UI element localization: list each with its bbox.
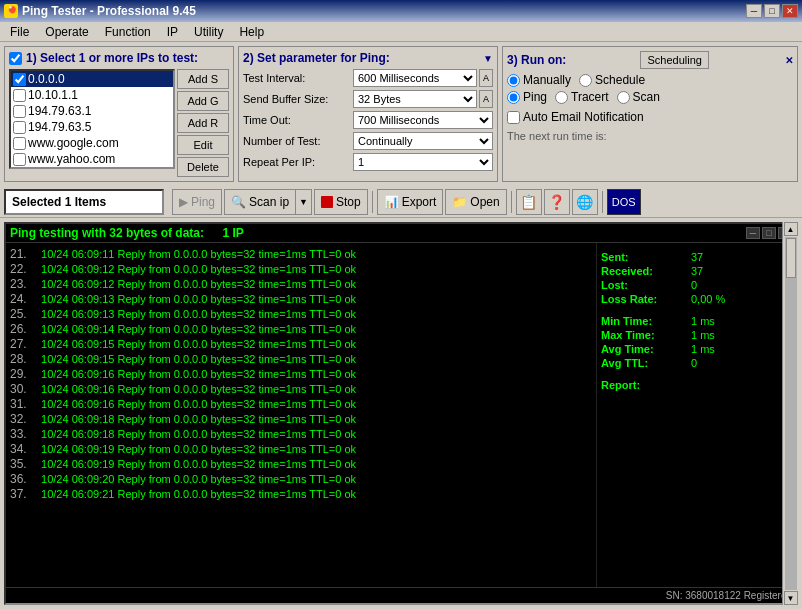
add-g-button[interactable]: Add G: [177, 91, 229, 111]
menu-help[interactable]: Help: [231, 23, 272, 41]
param-select-timeout[interactable]: 700 Milliseconds 1 Second: [353, 111, 493, 129]
param-label-repeat: Repeat Per IP:: [243, 156, 353, 168]
console-line: 24. 10/24 06:09:13 Reply from 0.0.0.0 by…: [10, 292, 592, 306]
scan-dropdown-button[interactable]: ▼: [296, 189, 312, 215]
menu-function[interactable]: Function: [97, 23, 159, 41]
delete-button[interactable]: Delete: [177, 157, 229, 177]
console-line: 30. 10/24 06:09:16 Reply from 0.0.0.0 by…: [10, 382, 592, 396]
add-r-button[interactable]: Add R: [177, 113, 229, 133]
param-row-numtest: Number of Test: Continually 10 50: [243, 132, 493, 150]
open-button[interactable]: 📁 Open: [445, 189, 506, 215]
radio-scan[interactable]: Scan: [617, 90, 660, 104]
menu-utility[interactable]: Utility: [186, 23, 231, 41]
radio-schedule[interactable]: Schedule: [579, 73, 645, 87]
top-section: 1) Select 1 or more IPs to test: 0.0.0.0…: [0, 42, 802, 186]
param-select-buffer[interactable]: 32 Bytes 64 Bytes: [353, 90, 477, 108]
radio-tracert[interactable]: Tracert: [555, 90, 609, 104]
list-item[interactable]: www.google.com: [11, 135, 173, 151]
stat-avg-time-label: Avg Time:: [601, 343, 691, 355]
console-maximize-btn[interactable]: □: [762, 227, 776, 239]
list-item[interactable]: IP_Group_01: [11, 167, 173, 169]
stat-avg-ttl-label: Avg TTL:: [601, 357, 691, 369]
toolbar-separator-2: [511, 191, 512, 213]
ping-button[interactable]: ▶ Ping: [172, 189, 222, 215]
console-line: 37. 10/24 06:09:21 Reply from 0.0.0.0 by…: [10, 487, 592, 501]
list-item[interactable]: 194.79.63.5: [11, 119, 173, 135]
close-button[interactable]: ✕: [782, 4, 798, 18]
maximize-button[interactable]: □: [764, 4, 780, 18]
auto-email-checkbox[interactable]: [507, 111, 520, 124]
panel1-title: 1) Select 1 or more IPs to test:: [9, 51, 229, 65]
export-icon: 📊: [384, 195, 399, 209]
stat-received: Received: 37: [601, 265, 792, 277]
status-text: SN: 3680018122 Registered: [666, 590, 792, 601]
menu-file[interactable]: File: [2, 23, 37, 41]
console-line: 25. 10/24 06:09:13 Reply from 0.0.0.0 by…: [10, 307, 592, 321]
select-all-checkbox[interactable]: [9, 52, 22, 65]
param-btn-interval[interactable]: A: [479, 69, 493, 87]
list-item[interactable]: 0.0.0.0: [11, 71, 173, 87]
list-item[interactable]: 194.79.63.1: [11, 103, 173, 119]
stat-loss-rate-value: 0,00 %: [691, 293, 725, 305]
panel3-title: 3) Run on: Scheduling ✕: [507, 51, 793, 69]
scroll-track[interactable]: [785, 237, 797, 590]
scroll-thumb[interactable]: [786, 238, 796, 278]
scheduling-button[interactable]: Scheduling: [640, 51, 708, 69]
console-line: 23. 10/24 06:09:12 Reply from 0.0.0.0 by…: [10, 277, 592, 291]
stat-sent: Sent: 37: [601, 251, 792, 263]
stat-report: Report:: [601, 379, 792, 391]
stat-min-time: Min Time: 1 ms: [601, 315, 792, 327]
copy-button[interactable]: 📋: [516, 189, 542, 215]
help-button[interactable]: ❓: [544, 189, 570, 215]
console-line: 34. 10/24 06:09:19 Reply from 0.0.0.0 by…: [10, 442, 592, 456]
main-scrollbar[interactable]: ▲ ▼: [782, 222, 798, 605]
scroll-down-button[interactable]: ▼: [784, 591, 798, 605]
stat-loss-rate: Loss Rate: 0,00 %: [601, 293, 792, 305]
console-titlebar: Ping testing with 32 bytes of data: 1 IP…: [6, 224, 796, 243]
stat-max-time: Max Time: 1 ms: [601, 329, 792, 341]
menu-operate[interactable]: Operate: [37, 23, 96, 41]
console-line: 26. 10/24 06:09:14 Reply from 0.0.0.0 by…: [10, 322, 592, 336]
menu-ip[interactable]: IP: [159, 23, 186, 41]
stat-max-time-label: Max Time:: [601, 329, 691, 341]
param-select-interval[interactable]: 600 Milliseconds 700 Milliseconds 1 Seco…: [353, 69, 477, 87]
list-item[interactable]: 10.10.1.1: [11, 87, 173, 103]
panel2-dropdown-icon[interactable]: ▼: [483, 53, 493, 64]
scan-ip-button[interactable]: 🔍 Scan ip: [224, 189, 296, 215]
param-row-timeout: Time Out: 700 Milliseconds 1 Second: [243, 111, 493, 129]
console-output[interactable]: 21. 10/24 06:09:11 Reply from 0.0.0.0 by…: [6, 243, 596, 587]
param-select-repeat[interactable]: 1 2 3: [353, 153, 493, 171]
console-line: 33. 10/24 06:09:18 Reply from 0.0.0.0 by…: [10, 427, 592, 441]
param-row-repeat: Repeat Per IP: 1 2 3: [243, 153, 493, 171]
console-minimize-btn[interactable]: ─: [746, 227, 760, 239]
dos-button[interactable]: DOS: [607, 189, 641, 215]
stat-lost: Lost: 0: [601, 279, 792, 291]
radio-manually[interactable]: Manually: [507, 73, 571, 87]
stop-button[interactable]: Stop: [314, 189, 368, 215]
console-container: Ping testing with 32 bytes of data: 1 IP…: [4, 222, 798, 605]
ip-list[interactable]: 0.0.0.0 10.10.1.1 194.79.63.1 194.79.63.…: [9, 69, 175, 169]
export-button[interactable]: 📊 Export: [377, 189, 444, 215]
stat-min-time-label: Min Time:: [601, 315, 691, 327]
web-button[interactable]: 🌐: [572, 189, 598, 215]
edit-button[interactable]: Edit: [177, 135, 229, 155]
radio-ping[interactable]: Ping: [507, 90, 547, 104]
param-btn-buffer[interactable]: A: [479, 90, 493, 108]
title-bar: 🏓 Ping Tester - Professional 9.45 ─ □ ✕: [0, 0, 802, 22]
scan-btn-group: 🔍 Scan ip ▼: [224, 189, 312, 215]
stat-avg-time: Avg Time: 1 ms: [601, 343, 792, 355]
ping-icon: ▶: [179, 195, 188, 209]
param-select-numtest[interactable]: Continually 10 50: [353, 132, 493, 150]
scroll-up-button[interactable]: ▲: [784, 222, 798, 236]
ip-list-container: 0.0.0.0 10.10.1.1 194.79.63.1 194.79.63.…: [9, 69, 229, 177]
console-line: 29. 10/24 06:09:16 Reply from 0.0.0.0 by…: [10, 367, 592, 381]
minimize-button[interactable]: ─: [746, 4, 762, 18]
param-row-interval: Test Interval: 600 Milliseconds 700 Mill…: [243, 69, 493, 87]
panel-run-on: 3) Run on: Scheduling ✕ Manually Schedul…: [502, 46, 798, 182]
auto-email-row: Auto Email Notification: [507, 110, 793, 124]
ip-action-buttons: Add S Add G Add R Edit Delete: [177, 69, 229, 177]
list-item[interactable]: www.yahoo.com: [11, 151, 173, 167]
panel3-close-icon[interactable]: ✕: [785, 55, 793, 66]
add-s-button[interactable]: Add S: [177, 69, 229, 89]
console-line: 36. 10/24 06:09:20 Reply from 0.0.0.0 by…: [10, 472, 592, 486]
